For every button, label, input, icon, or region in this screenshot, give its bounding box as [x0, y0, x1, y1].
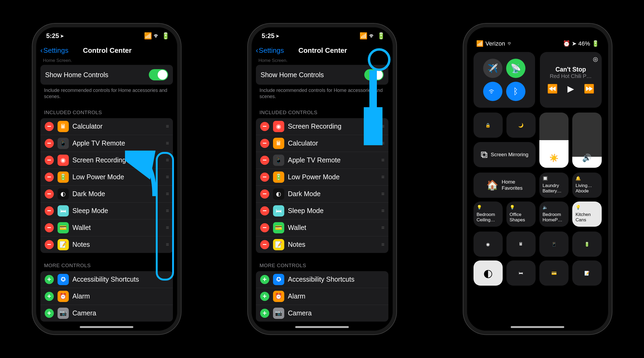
- home-tile-3[interactable]: 💡OfficeShapes: [506, 202, 536, 227]
- remove-button[interactable]: −: [45, 139, 54, 148]
- home-tile-1[interactable]: 🔔Living…Abode: [572, 173, 601, 198]
- drag-handle-icon[interactable]: ≡: [166, 157, 169, 163]
- remove-button[interactable]: −: [260, 156, 269, 165]
- control-row: +⏰Alarm: [256, 288, 388, 305]
- drag-handle-icon[interactable]: ≡: [381, 208, 384, 214]
- add-button[interactable]: +: [260, 275, 269, 284]
- home-label: Home Favorites: [502, 179, 522, 191]
- drag-handle-icon[interactable]: ≡: [381, 241, 384, 248]
- remove-button[interactable]: −: [260, 223, 269, 232]
- more-header: MORE CONTROLS: [256, 253, 388, 271]
- add-button[interactable]: +: [260, 292, 269, 301]
- control-row: −🔋Low Power Mode≡: [256, 169, 388, 186]
- remove-button[interactable]: −: [45, 122, 54, 131]
- carrier-label: Verizon: [486, 40, 505, 47]
- remove-button[interactable]: −: [45, 156, 54, 165]
- home-indicator[interactable]: [80, 326, 133, 328]
- home-tile-0[interactable]: 🔲LaundryBattery…: [539, 173, 569, 198]
- drag-handle-icon[interactable]: ≡: [381, 225, 384, 231]
- media-module[interactable]: ◎ Can't Stop Red Hot Chili P… ⏪ ▶ ⏩: [540, 52, 602, 108]
- remove-button[interactable]: −: [260, 206, 269, 215]
- drag-handle-icon[interactable]: ≡: [166, 225, 169, 231]
- home-tile-4[interactable]: 🔈BedroomHomeP…: [539, 202, 569, 227]
- screen-mirroring-button[interactable]: ⧉ Screen Mirroring: [473, 142, 536, 167]
- home-tile-2[interactable]: 💡BedroomCeiling…: [473, 202, 503, 227]
- drag-handle-icon[interactable]: ≡: [166, 174, 169, 180]
- remove-button[interactable]: −: [260, 240, 269, 249]
- remove-button[interactable]: −: [45, 173, 54, 182]
- notes-button[interactable]: 📝: [572, 260, 601, 286]
- row-label: Calculator: [73, 122, 162, 130]
- home-indicator[interactable]: [511, 326, 564, 328]
- rotation-lock-button[interactable]: 🔒: [473, 113, 503, 138]
- location-icon: ➤: [60, 33, 64, 39]
- remove-button[interactable]: −: [260, 173, 269, 182]
- tile-icon: 🔔: [575, 176, 581, 181]
- wifi-icon: ᯤ: [507, 40, 513, 47]
- tile-icon: 💡: [477, 205, 482, 210]
- remove-button[interactable]: −: [45, 240, 54, 249]
- play-icon[interactable]: ▶: [567, 84, 574, 94]
- drag-handle-icon[interactable]: ≡: [381, 174, 384, 180]
- tv-remote-button[interactable]: 📱: [539, 232, 569, 257]
- home-indicator[interactable]: [295, 326, 349, 328]
- drag-handle-icon[interactable]: ≡: [166, 191, 169, 197]
- cellular-icon: 📶: [359, 32, 368, 40]
- cellular-button[interactable]: 📡: [506, 59, 525, 78]
- tile-icon: 🔈: [543, 205, 548, 210]
- nav-bar: ‹ Settings Control Center: [36, 41, 177, 58]
- remove-button[interactable]: −: [260, 139, 269, 148]
- drag-handle-icon[interactable]: ≡: [166, 208, 169, 214]
- dark-mode-button[interactable]: ◐: [473, 260, 503, 286]
- drag-handle-icon[interactable]: ≡: [166, 241, 169, 248]
- app-icon: ◐: [273, 188, 284, 200]
- do-not-disturb-button[interactable]: 🌙: [506, 113, 536, 138]
- add-button[interactable]: +: [45, 275, 54, 284]
- home-controls-cell: Show Home Controls: [40, 65, 173, 85]
- home-icon: 🏠: [486, 180, 498, 191]
- add-button[interactable]: +: [260, 309, 269, 318]
- bluetooth-button[interactable]: ᛒ: [506, 82, 525, 101]
- rewind-icon[interactable]: ⏪: [547, 84, 558, 94]
- app-icon: ✪: [58, 274, 69, 285]
- control-center-screen[interactable]: 📶 Verizon ᯤ ⏰ ➤ 46% 🔋 ✈️ 📡 ᯤ ᛒ: [467, 27, 608, 331]
- screen-record-button[interactable]: ◉: [473, 232, 503, 257]
- add-button[interactable]: +: [45, 292, 54, 301]
- control-row: −📱Apple TV Remote≡: [40, 135, 173, 152]
- low-power-button[interactable]: 🔋: [572, 232, 601, 257]
- airplay-icon[interactable]: ◎: [593, 56, 598, 63]
- brightness-slider[interactable]: ☀️: [539, 113, 569, 168]
- add-button[interactable]: +: [45, 309, 54, 318]
- drag-handle-icon[interactable]: ≡: [381, 191, 384, 197]
- remove-button[interactable]: −: [45, 206, 54, 215]
- home-controls-toggle[interactable]: [149, 69, 168, 80]
- volume-slider[interactable]: 🔊: [572, 113, 601, 168]
- drag-handle-icon[interactable]: ≡: [166, 123, 169, 129]
- control-row: −📝Notes≡: [40, 236, 173, 253]
- remove-button[interactable]: −: [45, 189, 54, 199]
- remove-button[interactable]: −: [260, 189, 269, 199]
- drag-handle-icon[interactable]: ≡: [381, 157, 384, 163]
- connectivity-module[interactable]: ✈️ 📡 ᯤ ᛒ: [473, 52, 535, 108]
- home-tile-5[interactable]: 💡KitchenCans: [572, 202, 601, 227]
- wallet-button[interactable]: 💳: [539, 260, 569, 286]
- sleep-mode-button[interactable]: 🛏: [506, 260, 536, 286]
- tile-label: Living…Abode: [575, 183, 592, 193]
- home-controls-label: Show Home Controls: [45, 71, 108, 79]
- app-icon: ◉: [58, 155, 69, 166]
- included-header: INCLUDED CONTROLS: [40, 100, 173, 118]
- cellular-icon: 📶: [144, 32, 152, 40]
- home-favorites-button[interactable]: 🏠 Home Favorites: [473, 173, 536, 198]
- wifi-button[interactable]: ᯤ: [483, 82, 502, 101]
- row-label: Accessibility Shortcuts: [288, 275, 384, 283]
- airplane-mode-button[interactable]: ✈️: [483, 59, 502, 78]
- cellular-icon: 📶: [476, 40, 483, 47]
- tile-icon: 💡: [575, 205, 581, 210]
- calculator-button[interactable]: 🖩: [506, 232, 536, 257]
- remove-button[interactable]: −: [45, 223, 54, 232]
- drag-handle-icon[interactable]: ≡: [166, 140, 169, 146]
- control-row: +✪Accessibility Shortcuts: [40, 271, 173, 288]
- forward-icon[interactable]: ⏩: [584, 84, 594, 94]
- remove-button[interactable]: −: [260, 122, 269, 131]
- row-label: Low Power Mode: [288, 173, 378, 181]
